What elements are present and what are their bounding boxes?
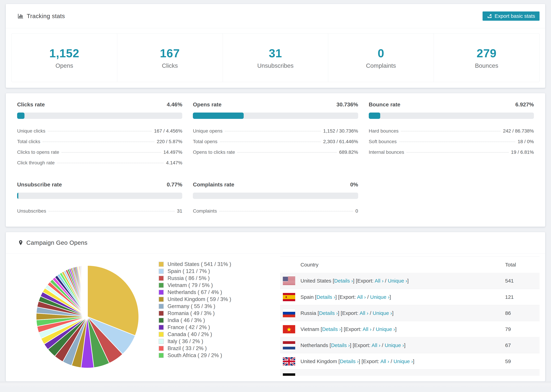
detail-label: Unique clicks <box>17 128 45 134</box>
rate-detail-row: Opens to clicks rate 689.82% <box>193 147 358 158</box>
stat-label: Bounces <box>475 62 498 69</box>
legend-item-france[interactable]: France ( 42 / 2% ) <box>159 324 280 331</box>
detail-label: Unique opens <box>193 128 222 134</box>
stat-cell-bounces: 279 Bounces <box>434 34 539 82</box>
export-unique-link[interactable]: Unique › <box>388 278 407 284</box>
export-all-link[interactable]: All › <box>360 310 368 316</box>
detail-value: 4.147% <box>166 160 182 166</box>
rate-detail-row: Hard bounces 242 / 86.738% <box>369 126 534 136</box>
legend-item-italy[interactable]: Italy ( 36 / 2% ) <box>159 338 280 345</box>
rate-progress-fill <box>193 112 244 119</box>
export-all-link[interactable]: All › <box>363 326 372 332</box>
details-link[interactable]: Details › <box>319 310 338 316</box>
flag-es-icon <box>283 293 300 301</box>
export-basic-stats-button[interactable]: Export basic stats <box>483 11 540 21</box>
legend-item-netherlands[interactable]: Netherlands ( 67 / 4% ) <box>159 289 280 296</box>
total-cell: 541 <box>505 278 537 284</box>
dotted-leader <box>399 142 515 142</box>
detail-value: 2,303 / 61.446% <box>323 139 358 144</box>
export-all-link[interactable]: All › <box>380 358 389 364</box>
legend-item-vietnam[interactable]: Vietnam ( 79 / 5% ) <box>159 282 280 289</box>
dotted-leader <box>220 142 321 142</box>
dotted-leader <box>237 152 337 153</box>
geo-pie-chart <box>11 253 159 376</box>
legend-swatch <box>159 283 164 288</box>
geo-table: Country Total United States [Details ›] … <box>280 257 540 376</box>
geo-opens-card: Campaign Geo Opens United States ( 541 /… <box>6 232 545 381</box>
rate-title: Bounce rate <box>369 101 400 108</box>
export-all-link[interactable]: All › <box>372 343 380 348</box>
export-all-link[interactable]: All › <box>357 294 366 300</box>
detail-value: 220 / 5.87% <box>157 139 182 144</box>
legend-swatch <box>159 332 164 337</box>
details-link[interactable]: Details › <box>316 294 335 300</box>
rate-detail-row: Click through rate 4.147% <box>17 158 182 168</box>
stat-label: Opens <box>56 62 73 69</box>
export-unique-link[interactable]: Unique › <box>394 358 413 364</box>
legend-label: Italy ( 36 / 2% ) <box>168 338 203 344</box>
dotted-leader <box>48 131 152 131</box>
rate-detail-row: Total clicks 220 / 5.87% <box>17 136 182 147</box>
detail-label: Total opens <box>193 139 217 144</box>
country-cell: Spain [Details ›] [Export: All › / Uniqu… <box>300 294 505 300</box>
legend-item-spain[interactable]: Spain ( 121 / 7% ) <box>159 268 280 275</box>
rate-head: Opens rate 30.736% <box>193 101 358 108</box>
rate-detail-row: Clicks to opens rate 14.497% <box>17 147 182 158</box>
export-button-label: Export basic stats <box>494 13 535 19</box>
geo-table-row-russia: Russia [Details ›] [Export: All › / Uniq… <box>280 305 540 321</box>
flag-nl-icon <box>283 341 300 350</box>
detail-value: 18 / 0% <box>518 139 534 144</box>
geo-content: United States ( 541 / 31% ) Spain ( 121 … <box>6 253 545 381</box>
legend-item-canada[interactable]: Canada ( 40 / 2% ) <box>159 331 280 338</box>
rate-value: 0% <box>350 182 358 188</box>
details-link[interactable]: Details › <box>322 326 341 332</box>
legend-label: United States ( 541 / 31% ) <box>168 261 231 267</box>
detail-label: Unsubscribes <box>17 208 46 214</box>
rate-detail-row: Internal bounces 19 / 6.81% <box>369 147 534 158</box>
header-total: Total <box>505 262 537 268</box>
legend-item-brazil[interactable]: Brazil ( 33 / 2% ) <box>159 345 280 352</box>
legend-swatch <box>159 318 164 323</box>
legend-label: Canada ( 40 / 2% ) <box>168 331 212 337</box>
details-link[interactable]: Details › <box>340 358 359 364</box>
geo-table-row-netherlands: Netherlands [Details ›] [Export: All › /… <box>280 337 540 353</box>
rates-card: Clicks rate 4.46% Unique clicks 167 / 4.… <box>6 93 545 227</box>
export-unique-link[interactable]: Unique › <box>376 326 395 332</box>
legend-item-united-kingdom[interactable]: United Kingdom ( 59 / 3% ) <box>159 296 280 303</box>
legend-swatch <box>159 297 164 302</box>
geo-table-header: Country Total <box>280 257 540 273</box>
rate-rows: Complaints 0 <box>193 206 358 216</box>
rate-block-clicks-rate: Clicks rate 4.46% Unique clicks 167 / 4.… <box>17 101 182 168</box>
rate-progress-bar <box>193 112 358 119</box>
export-unique-link[interactable]: Unique › <box>373 310 392 316</box>
detail-value: 14.497% <box>163 149 182 155</box>
legend-item-russia[interactable]: Russia ( 86 / 5% ) <box>159 275 280 282</box>
rate-detail-row: Unique clicks 167 / 4.456% <box>17 126 182 136</box>
legend-item-germany[interactable]: Germany ( 55 / 3% ) <box>159 303 280 310</box>
export-all-link[interactable]: All › <box>375 278 384 284</box>
rate-rows: Hard bounces 242 / 86.738% Soft bounces … <box>369 126 534 158</box>
legend-item-united-states[interactable]: United States ( 541 / 31% ) <box>159 261 280 268</box>
legend-item-india[interactable]: India ( 46 / 3% ) <box>159 317 280 324</box>
details-link[interactable]: Details › <box>331 343 350 348</box>
export-unique-link[interactable]: Unique › <box>370 294 389 300</box>
detail-label: Complaints <box>193 208 217 214</box>
stat-label: Unsubscribes <box>257 62 293 69</box>
rate-value: 0.77% <box>167 182 182 188</box>
stat-value: 0 <box>378 47 384 60</box>
export-icon <box>487 14 492 19</box>
export-unique-link[interactable]: Unique › <box>385 343 404 348</box>
legend-label: Vietnam ( 79 / 5% ) <box>168 282 213 288</box>
page-bottom-strip <box>0 381 551 387</box>
rate-head: Unsubscribe rate 0.77% <box>17 182 182 188</box>
stat-cell-clicks: 167 Clicks <box>117 34 223 82</box>
rate-block-unsubscribe-rate: Unsubscribe rate 0.77% Unsubscribes 31 <box>17 182 182 216</box>
legend-item-romania[interactable]: Romania ( 49 / 3% ) <box>159 310 280 317</box>
dotted-leader <box>57 163 164 163</box>
details-link[interactable]: Details › <box>334 278 353 284</box>
legend-item-south-africa[interactable]: South Africa ( 29 / 2% ) <box>159 352 280 359</box>
pie-slice <box>87 266 87 317</box>
flag-gb-icon <box>283 357 300 365</box>
rate-detail-row: Unique opens 1,152 / 30.736% <box>193 126 358 136</box>
bar-chart-icon <box>17 13 24 20</box>
